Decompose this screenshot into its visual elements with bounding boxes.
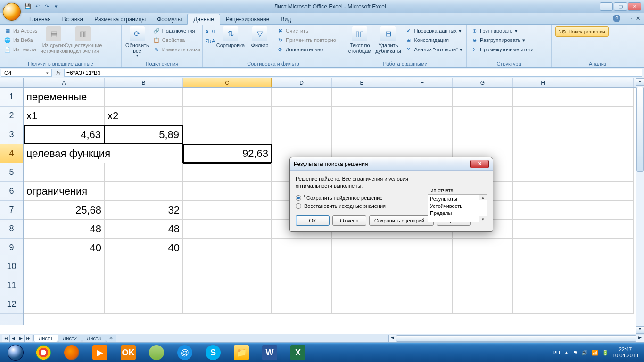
row-header-8[interactable]: 8	[0, 220, 23, 239]
remove-duplicates-button[interactable]: ⊟Удалить дубликаты	[374, 25, 402, 55]
dialog-close-button[interactable]: ✕	[470, 160, 489, 168]
cell-C12[interactable]	[183, 295, 272, 314]
cell-D1[interactable]	[272, 88, 332, 107]
cell-D3[interactable]	[272, 125, 332, 144]
consolidate-button[interactable]: ⊞Консолидация	[404, 36, 463, 44]
taskbar-skype[interactable]: S	[200, 344, 226, 362]
cell-I7[interactable]	[573, 201, 634, 220]
cell-A10[interactable]	[24, 257, 105, 276]
row-header-2[interactable]: 2	[0, 107, 23, 125]
row-header-6[interactable]: 6	[0, 182, 23, 201]
cell-D10[interactable]	[272, 257, 332, 276]
cell-B12[interactable]	[105, 295, 183, 314]
edit-links-button[interactable]: ✎Изменить связи	[152, 45, 201, 54]
cell-H10[interactable]	[513, 257, 573, 276]
cell-B10[interactable]	[105, 257, 183, 276]
sheet-prev-icon[interactable]: ◀	[9, 335, 17, 342]
filter-button[interactable]: ▽Фильтр	[246, 25, 273, 49]
sort-desc-button[interactable]: Я↓А	[206, 37, 215, 45]
sheet-last-icon[interactable]: ⏭	[25, 335, 32, 342]
maximize-button[interactable]: ▢	[614, 2, 627, 11]
cell-F3[interactable]	[392, 125, 453, 144]
col-header-H[interactable]: H	[513, 78, 573, 87]
advanced-filter-button[interactable]: ⚙Дополнительно	[275, 45, 337, 54]
existing-connections-button[interactable]: ▥Существующие подключения	[69, 25, 97, 55]
sheet-first-icon[interactable]: ⏮	[2, 335, 9, 342]
list-down-icon[interactable]: ▾	[479, 216, 487, 222]
qat-dropdown-icon[interactable]: ▾	[52, 2, 60, 11]
cell-H11[interactable]	[513, 276, 573, 295]
cell-I2[interactable]	[573, 107, 634, 125]
cell-B6[interactable]	[105, 182, 183, 201]
taskbar-player[interactable]: ▶	[87, 344, 113, 362]
whatif-button[interactable]: ?Анализ "что-если" ▾	[404, 45, 463, 54]
list-up-icon[interactable]: ▴	[479, 195, 487, 200]
col-header-C[interactable]: C	[183, 78, 272, 87]
taskbar-excel[interactable]: X	[285, 344, 311, 362]
cell-D12[interactable]	[272, 295, 332, 314]
cell-C10[interactable]	[183, 257, 272, 276]
fx-button[interactable]: fx	[53, 68, 64, 78]
row-header-9[interactable]: 9	[0, 239, 23, 257]
save-icon[interactable]: 💾	[24, 2, 32, 11]
row-header-12[interactable]: 12	[0, 295, 23, 314]
cell-C5[interactable]	[183, 163, 272, 182]
taskbar-app1[interactable]	[143, 344, 170, 362]
cell-C2[interactable]	[183, 107, 272, 125]
ribbon-restore-icon[interactable]: ▫	[631, 16, 633, 21]
cell-E1[interactable]	[332, 88, 392, 107]
properties-button[interactable]: 📋Свойства	[152, 36, 201, 44]
from-access-button[interactable]: ▦Из Access	[3, 26, 38, 35]
dialog-titlebar[interactable]: Результаты поиска решения ✕	[290, 157, 493, 171]
cell-B2[interactable]: x2	[105, 107, 183, 125]
cell-A1[interactable]: переменные	[24, 88, 105, 107]
sheet-tab-2[interactable]: Лист2	[58, 335, 82, 342]
vertical-scrollbar[interactable]: ▲ ▼	[636, 78, 644, 334]
report-item[interactable]: Результаты	[430, 196, 485, 203]
cell-B11[interactable]	[105, 276, 183, 295]
redo-icon[interactable]: ↷	[42, 2, 51, 11]
cell-C7[interactable]	[183, 201, 272, 220]
cell-I6[interactable]	[573, 182, 634, 201]
taskbar-explorer[interactable]: 📁	[228, 344, 255, 362]
cell-A4[interactable]: целевая функция	[24, 144, 183, 163]
cell-F10[interactable]	[392, 257, 453, 276]
cell-E10[interactable]	[332, 257, 392, 276]
cell-G9[interactable]	[453, 239, 513, 257]
cell-A11[interactable]	[24, 276, 105, 295]
cell-A2[interactable]: x1	[24, 107, 105, 125]
tray-volume-icon[interactable]: 🔊	[581, 350, 588, 356]
ribbon-close-icon[interactable]: ✕	[636, 16, 640, 22]
cell-E9[interactable]	[332, 239, 392, 257]
report-listbox[interactable]: ▴ Результаты Устойчивость Пределы ▾	[428, 194, 487, 222]
from-web-button[interactable]: 🌐Из Веба	[3, 36, 38, 44]
select-all-corner[interactable]	[0, 78, 24, 87]
cell-D9[interactable]	[272, 239, 332, 257]
col-header-A[interactable]: A	[24, 78, 105, 87]
clear-filter-button[interactable]: ✖Очистить	[275, 26, 337, 35]
cell-H2[interactable]	[513, 107, 573, 125]
cell-E11[interactable]	[332, 276, 392, 295]
cell-F1[interactable]	[392, 88, 453, 107]
cell-D2[interactable]	[272, 107, 332, 125]
scroll-right-icon[interactable]: ▶	[636, 335, 644, 342]
help-icon[interactable]: ?	[613, 15, 620, 22]
cell-E3[interactable]	[332, 125, 392, 144]
tray-up-icon[interactable]: ▲	[564, 350, 569, 355]
cell-C8[interactable]	[183, 220, 272, 239]
row-header-7[interactable]: 7	[0, 201, 23, 220]
from-other-button[interactable]: ▤Из других источников	[40, 25, 67, 55]
tab-view[interactable]: Вид	[275, 14, 297, 24]
row-header-11[interactable]: 11	[0, 276, 23, 295]
cell-A9[interactable]: 40	[24, 239, 105, 257]
cell-C9[interactable]	[183, 239, 272, 257]
cell-H7[interactable]	[513, 201, 573, 220]
tray-network-icon[interactable]: 📶	[592, 350, 598, 356]
cell-H12[interactable]	[513, 295, 573, 314]
cell-A5[interactable]	[24, 163, 105, 182]
name-box[interactable]: C4▾	[1, 69, 52, 77]
cell-G12[interactable]	[453, 295, 513, 314]
cell-G1[interactable]	[453, 88, 513, 107]
taskbar-word[interactable]: W	[256, 344, 283, 362]
cell-C4[interactable]: 92,63	[183, 144, 272, 163]
